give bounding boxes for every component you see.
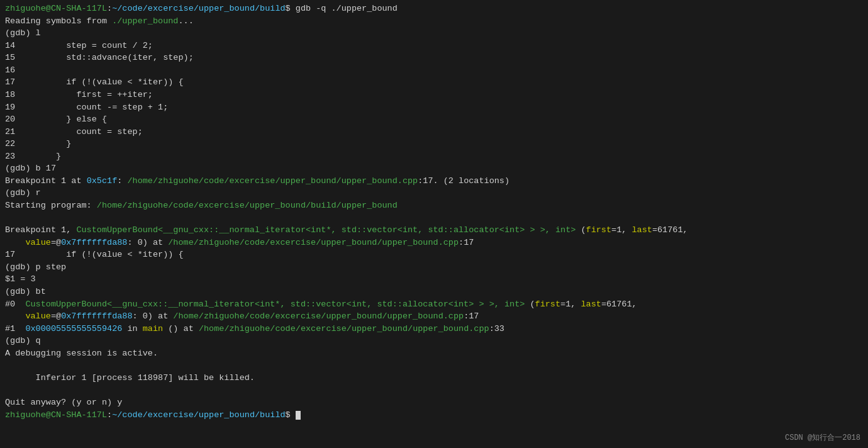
line-quit-anyway: Quit anyway? (y or n) y — [5, 396, 863, 409]
line-blank2 — [5, 359, 863, 372]
line-debug-active: A debugging session is active. — [5, 347, 863, 360]
line-17b: 17 if (!(value < *iter)) { — [5, 249, 863, 261]
line-14: 14 step = count / 2; — [5, 40, 863, 52]
line-reading-symbols: Reading symbols from ./upper_bound... — [5, 15, 863, 28]
final-prompt-user: zhiguohe@CN-SHA-117L — [5, 410, 107, 420]
line-22: 22 } — [5, 138, 863, 150]
line-gdb-l: (gdb) l — [5, 27, 863, 40]
line-bp-hit: Breakpoint 1, CustomUpperBound<__gnu_cxx… — [5, 224, 863, 237]
line-header-prompt: zhiguohe@CN-SHA-117L:~/code/excercise/up… — [5, 3, 863, 15]
line-breakpoint1: Breakpoint 1 at 0x5c1f: /home/zhiguohe/c… — [5, 175, 863, 188]
line-blank1 — [5, 212, 863, 225]
line-frame0b: value=@0x7fffffffda88: 0) at /home/zhigu… — [5, 310, 863, 323]
line-frame1: #1 0x00005555555559426 in main () at /ho… — [5, 323, 863, 335]
line-bp-hit2: value=@0x7ffffffda88: 0) at /home/zhiguo… — [5, 237, 863, 249]
line-20: 20 } else { — [5, 113, 863, 126]
line-18: 18 first = ++iter; — [5, 89, 863, 101]
line-inferior: Inferior 1 [process 118987] will be kill… — [5, 372, 863, 384]
line-19: 19 count -= step + 1; — [5, 101, 863, 114]
terminal-cursor — [296, 411, 301, 420]
prompt-user: zhiguohe@CN-SHA-117L — [5, 4, 107, 13]
line-dollar1: $1 = 3 — [5, 273, 863, 286]
line-15: 15 std::advance(iter, step); — [5, 52, 863, 64]
final-prompt-path: ~/code/excercise/upper_bound/build — [112, 410, 285, 420]
line-gdb-r: (gdb) r — [5, 187, 863, 199]
line-23: 23 } — [5, 150, 863, 163]
line-gdb-bt: (gdb) bt — [5, 286, 863, 298]
line-frame0: #0 CustomUpperBound<__gnu_cxx::__normal_… — [5, 298, 863, 311]
terminal: zhiguohe@CN-SHA-117L:~/code/excercise/up… — [0, 0, 868, 448]
line-17: 17 if (!(value < *iter)) { — [5, 76, 863, 89]
line-16: 16 — [5, 64, 863, 77]
line-21: 21 count = step; — [5, 126, 863, 138]
line-starting: Starting program: /home/zhiguohe/code/ex… — [5, 199, 863, 212]
line-gdb-q: (gdb) q — [5, 335, 863, 347]
line-blank3 — [5, 384, 863, 396]
line-gdb-b17: (gdb) b 17 — [5, 162, 863, 175]
line-final-prompt: zhiguohe@CN-SHA-117L:~/code/excercise/up… — [5, 409, 863, 422]
line-gdb-p-step: (gdb) p step — [5, 261, 863, 274]
prompt-path: ~/code/excercise/upper_bound/build — [112, 4, 285, 13]
watermark: CSDN @知行合一2018 — [785, 432, 860, 443]
